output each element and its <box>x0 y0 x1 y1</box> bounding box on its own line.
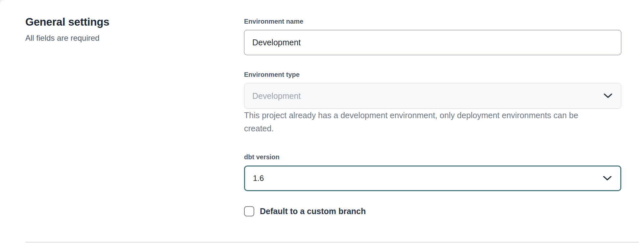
environment-type-field: Environment type Development <box>244 70 621 109</box>
environment-type-help-text: This project already has a development e… <box>244 109 606 135</box>
dbt-version-value: 1.6 <box>253 174 264 183</box>
settings-panel: General settings All fields are required… <box>0 0 644 243</box>
page-title: General settings <box>25 16 244 28</box>
environment-name-label: Environment name <box>244 17 621 26</box>
chevron-down-icon <box>603 176 612 181</box>
custom-branch-row: Default to a custom branch <box>244 206 621 216</box>
settings-form: Environment name Environment type Develo… <box>244 16 621 216</box>
dbt-version-field: dbt version 1.6 <box>244 153 621 191</box>
environment-type-select: Development <box>244 83 621 109</box>
environment-name-field: Environment name <box>244 17 621 55</box>
custom-branch-label[interactable]: Default to a custom branch <box>260 207 366 216</box>
section-divider <box>25 242 639 243</box>
environment-name-input[interactable] <box>244 30 621 55</box>
custom-branch-checkbox[interactable] <box>244 206 254 216</box>
dbt-version-label: dbt version <box>244 153 621 161</box>
environment-type-value: Development <box>252 91 301 101</box>
environment-type-label: Environment type <box>244 70 621 79</box>
dbt-version-select[interactable]: 1.6 <box>244 166 621 191</box>
general-settings-section: General settings All fields are required… <box>0 0 644 216</box>
section-intro: General settings All fields are required <box>25 16 244 216</box>
page-subtitle: All fields are required <box>25 33 244 43</box>
chevron-down-icon <box>604 93 612 99</box>
